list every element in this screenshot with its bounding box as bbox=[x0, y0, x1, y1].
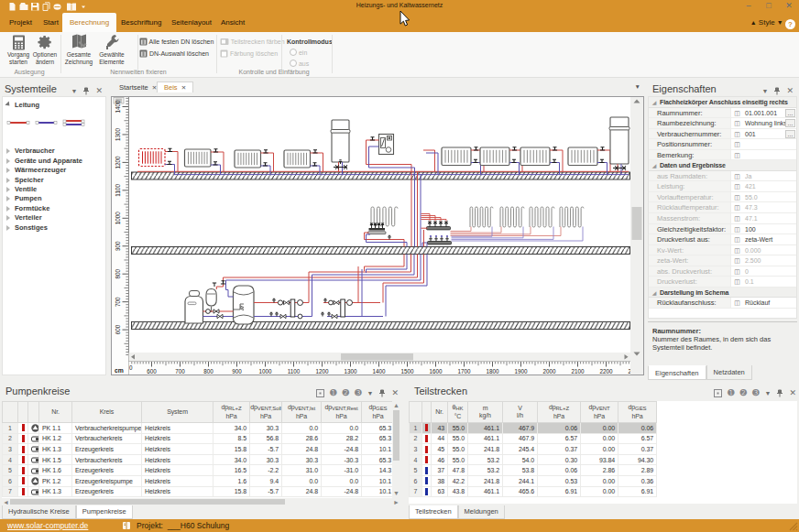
svg-text:2200: 2200 bbox=[599, 368, 613, 375]
svg-text:900: 900 bbox=[115, 241, 121, 251]
svg-text:cm: cm bbox=[115, 367, 124, 374]
svg-text:2000: 2000 bbox=[542, 368, 556, 375]
svg-text:1000: 1000 bbox=[115, 212, 121, 225]
svg-text:600: 600 bbox=[115, 324, 121, 334]
svg-text:1200: 1200 bbox=[315, 368, 329, 375]
svg-text:1100: 1100 bbox=[115, 184, 121, 197]
svg-text:900: 900 bbox=[232, 368, 242, 375]
svg-text:2100: 2100 bbox=[571, 368, 585, 375]
svg-text:1600: 1600 bbox=[429, 368, 443, 375]
svg-text:1700: 1700 bbox=[457, 368, 471, 375]
svg-text:0: 0 bbox=[129, 364, 133, 371]
svg-text:1200: 1200 bbox=[115, 156, 121, 169]
svg-text:600: 600 bbox=[147, 368, 157, 375]
svg-text:1900: 1900 bbox=[514, 368, 528, 375]
svg-text:800: 800 bbox=[203, 368, 213, 375]
svg-text:1400: 1400 bbox=[372, 368, 386, 375]
svg-text:700: 700 bbox=[175, 368, 185, 375]
svg-text:700: 700 bbox=[115, 297, 121, 307]
svg-text:800: 800 bbox=[115, 268, 121, 278]
svg-text:1300: 1300 bbox=[115, 127, 121, 141]
svg-text:1000: 1000 bbox=[258, 368, 272, 375]
svg-text:1300: 1300 bbox=[344, 368, 357, 375]
svg-text:1800: 1800 bbox=[486, 368, 499, 375]
svg-text:1500: 1500 bbox=[400, 368, 414, 375]
svg-text:1100: 1100 bbox=[288, 368, 301, 375]
svg-text:1400: 1400 bbox=[115, 100, 121, 114]
